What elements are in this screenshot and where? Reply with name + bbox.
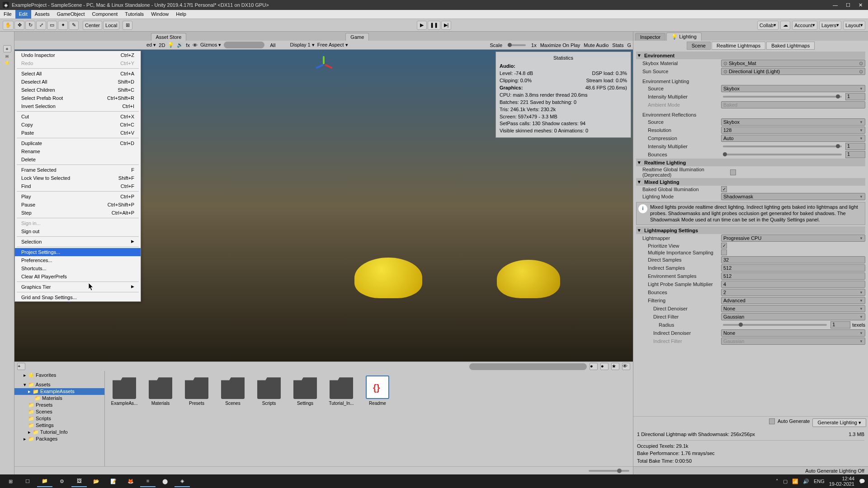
search-all[interactable]: All [270,42,275,48]
tree-packages[interactable]: ▸📁 Packages [14,436,104,442]
menu-play[interactable]: PlayCtrl+P [15,192,141,201]
light-source-dropdown[interactable]: Skybox [721,85,865,92]
generate-lighting-button[interactable]: Generate Lighting ▾ [812,418,866,427]
tray-clock[interactable]: 12:4419-02-2021 [829,476,854,487]
pivot-local[interactable]: Local [103,21,119,30]
compression-dropdown[interactable]: Auto [721,135,865,142]
project-filter-1[interactable]: ● [590,363,598,370]
asset-item[interactable]: Scripts [254,375,284,406]
menu-copy[interactable]: CopyCtrl+C [15,121,141,129]
direct-denoiser-dropdown[interactable]: None [721,305,865,312]
firefox-icon[interactable]: 🦊 [123,475,138,487]
menu-select-children[interactable]: Select ChildrenShift+C [15,86,141,94]
menu-frame-selected[interactable]: Frame SelectedF [15,166,141,174]
layout-dropdown[interactable]: Layout ▾ [843,21,865,30]
subtab-realtime-lightmaps[interactable]: Realtime Lightmaps [712,42,765,50]
asset-item[interactable]: Presets [182,375,212,406]
prioritize-view-checkbox[interactable]: ✓ [721,243,727,249]
rect-tool[interactable]: ▭ [47,21,57,30]
menu-lock-view[interactable]: Lock View to SelectedShift+F [15,174,141,182]
collab-dropdown[interactable]: Collab ▾ [757,21,778,30]
mis-checkbox[interactable] [721,249,727,255]
move-tool[interactable]: ✥ [14,21,24,30]
menu-select-prefab-root[interactable]: Select Prefab RootCtrl+Shift+R [15,94,141,102]
indirect-filter-dropdown[interactable]: Gaussian [721,338,865,345]
minimize-button[interactable]: — [833,2,838,8]
display-dropdown[interactable]: Display 1 ▾ [290,42,315,48]
menu-help[interactable]: Help [172,10,190,19]
asset-item[interactable]: Scenes [218,375,248,406]
realtime-gi-checkbox[interactable] [730,169,736,175]
lightmapper-dropdown[interactable]: Progressive CPU [721,235,865,242]
subtab-baked-lightmaps[interactable]: Baked Lightmaps [766,42,815,50]
close-button[interactable]: ✕ [859,2,863,8]
tree-assets[interactable]: ▾📁 Assets [14,381,104,388]
menu-grid-snap-settings[interactable]: Grid and Snap Settings... [15,293,141,301]
ref-intensity-value[interactable]: 1 [845,143,865,150]
shading-mode[interactable]: ed ▾ [146,42,156,48]
hand-tool[interactable]: ✋ [3,21,14,30]
menu-file[interactable]: File [0,10,15,19]
account-dropdown[interactable]: Account ▾ [792,21,817,30]
reflection-source-dropdown[interactable]: Skybox [721,118,865,126]
menu-component[interactable]: Component [88,10,121,19]
indirect-denoiser-dropdown[interactable]: None [721,329,865,337]
menu-deselect-all[interactable]: Deselect AllShift+D [15,78,141,86]
bounces-value[interactable]: 1 [845,151,865,158]
orientation-gizmo-icon[interactable] [314,54,334,74]
tree-presets[interactable]: 📁 Presets [14,402,104,408]
filtering-dropdown[interactable]: Advanced [721,297,865,304]
2d-toggle[interactable]: 2D [159,42,165,48]
menu-delete[interactable]: Delete [15,155,141,164]
menu-sign-in[interactable]: Sign in... [15,219,141,227]
bounces-slider[interactable] [723,154,842,155]
tab-lighting[interactable]: 💡 Lighting [666,33,702,41]
explorer-icon[interactable]: 📁 [37,475,52,487]
play-button[interactable]: ▶ [417,21,427,30]
snap-toggle[interactable]: ⊞ [123,21,132,30]
maximize-button[interactable]: ☐ [846,2,850,8]
menu-paste[interactable]: PasteCtrl+V [15,129,141,137]
section-mixed-lighting[interactable]: ▾Mixed Lighting [636,178,865,186]
audio-icon[interactable]: 🔊 [177,42,183,48]
menu-step[interactable]: StepCtrl+Alt+P [15,209,141,217]
direct-filter-dropdown[interactable]: Gaussian [721,313,865,320]
menu-assets[interactable]: Assets [31,10,53,19]
project-search[interactable] [469,363,587,370]
aspect-dropdown[interactable]: Free Aspect ▾ [317,42,348,48]
skybox-material-field[interactable]: Skybox_Mat [721,60,865,67]
files-icon[interactable]: 📂 [89,475,104,487]
start-button[interactable]: ⊞ [3,475,18,487]
asset-item[interactable]: Readme [363,375,392,406]
gizmos-game[interactable]: G [627,42,631,48]
tree-tutorial[interactable]: ▸📁 Tutorial_Info [14,429,104,436]
tray-chevron-icon[interactable]: ˄ [776,479,778,484]
light-icon[interactable]: 💡 [168,42,174,48]
menu-pause[interactable]: PauseCtrl+Shift+P [15,201,141,209]
project-add-button[interactable]: + [17,363,25,370]
asset-item[interactable]: Tutorial_In... [326,375,356,406]
tab-game[interactable]: Game [345,33,369,41]
env-samples-field[interactable]: 512 [721,272,865,280]
section-environment[interactable]: ▾Environment [636,52,865,59]
obs-icon[interactable]: ⬤ [157,475,173,487]
menu-find[interactable]: FindCtrl+F [15,182,141,190]
menu-preferences[interactable]: Preferences... [15,256,141,264]
custom-tool[interactable]: ✎ [69,21,79,30]
menu-tutorials[interactable]: Tutorials [121,10,147,19]
menu-sign-out[interactable]: Sign out [15,227,141,235]
hidden-icon[interactable]: 👁 [193,42,198,48]
rotate-tool[interactable]: ↻ [25,21,35,30]
tree-scenes[interactable]: 📁 Scenes [14,408,104,415]
resolution-dropdown[interactable]: 128 [721,127,865,134]
scale-tool[interactable]: ⤢ [36,21,46,30]
auto-generate-checkbox[interactable] [769,418,775,424]
menu-duplicate[interactable]: DuplicateCtrl+D [15,139,141,147]
menu-shortcuts[interactable]: Shortcuts... [15,264,141,272]
project-filter-2[interactable]: ● [600,363,609,370]
section-lightmapping[interactable]: ▾Lightmapping Settings [636,226,865,234]
tray-notifications-icon[interactable]: 💬 [859,479,865,484]
menu-clear-playerprefs[interactable]: Clear All PlayerPrefs [15,272,141,281]
radius-value[interactable]: 1 [830,321,850,328]
direct-samples-field[interactable]: 32 [721,256,865,263]
